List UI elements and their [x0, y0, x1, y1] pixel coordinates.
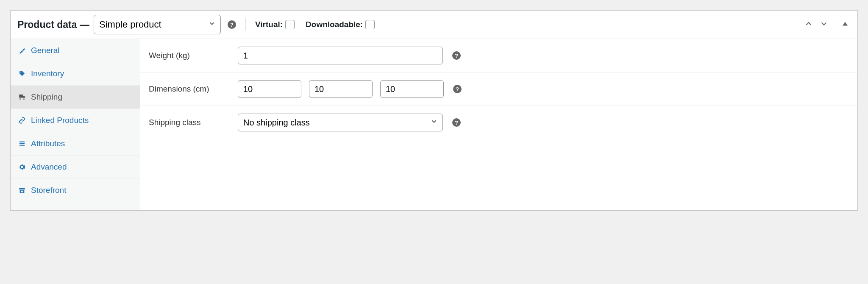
width-input[interactable] [309, 80, 373, 98]
tab-label: Shipping [31, 92, 62, 102]
help-icon[interactable]: ? [228, 20, 236, 29]
svg-rect-3 [19, 145, 25, 146]
move-up-icon[interactable] [802, 17, 815, 32]
list-icon [18, 140, 26, 147]
product-type-select-wrap: Simple product [94, 15, 221, 34]
tab-storefront[interactable]: Storefront [11, 179, 140, 202]
help-icon[interactable]: ? [452, 51, 461, 60]
tab-content: Weight (kg) ? Dimensions (cm) ? Shipping… [140, 39, 857, 210]
tab-general[interactable]: General [11, 39, 140, 62]
height-input[interactable] [380, 80, 444, 98]
svg-rect-1 [19, 142, 25, 142]
tab-label: Storefront [31, 186, 66, 195]
svg-marker-0 [843, 22, 848, 25]
panel-header-actions [802, 17, 851, 32]
virtual-toggle[interactable]: Virtual: [255, 20, 295, 29]
truck-icon [18, 93, 26, 101]
tag-icon [18, 70, 26, 77]
move-down-icon[interactable] [818, 17, 830, 32]
downloadable-label: Downloadable: [306, 20, 363, 29]
product-data-panel: Product data — Simple product ? Virtual:… [10, 10, 858, 211]
panel-header: Product data — Simple product ? Virtual:… [11, 11, 857, 39]
tab-linked-products[interactable]: Linked Products [11, 109, 140, 132]
product-type-select[interactable]: Simple product [94, 15, 221, 34]
help-icon[interactable]: ? [453, 85, 462, 93]
dimensions-row: Dimensions (cm) ? [140, 72, 857, 106]
divider [245, 18, 246, 31]
tab-label: Linked Products [31, 116, 89, 125]
collapse-icon[interactable] [840, 18, 851, 31]
shipping-class-row: Shipping class No shipping class ? [140, 106, 857, 139]
tab-advanced[interactable]: Advanced [11, 156, 140, 179]
length-input[interactable] [238, 80, 301, 98]
shipping-class-label: Shipping class [149, 118, 238, 127]
weight-input[interactable] [238, 47, 443, 64]
svg-rect-2 [19, 143, 25, 144]
tab-inventory[interactable]: Inventory [11, 62, 140, 86]
tab-label: General [31, 46, 60, 55]
gear-icon [18, 164, 26, 170]
panel-title: Product data — [17, 19, 89, 31]
virtual-checkbox[interactable] [285, 20, 295, 29]
virtual-label: Virtual: [255, 20, 283, 29]
panel-body: General Inventory Shipping Linked Produc… [11, 39, 857, 210]
shipping-class-select[interactable]: No shipping class [238, 114, 443, 131]
tab-shipping[interactable]: Shipping [11, 86, 140, 109]
tab-label: Advanced [31, 162, 67, 172]
downloadable-checkbox[interactable] [365, 20, 375, 29]
weight-label: Weight (kg) [149, 51, 238, 60]
weight-row: Weight (kg) ? [140, 39, 857, 72]
tabs-list: General Inventory Shipping Linked Produc… [11, 39, 140, 210]
wrench-icon [18, 47, 26, 54]
downloadable-toggle[interactable]: Downloadable: [306, 20, 375, 29]
link-icon [18, 117, 26, 124]
tab-label: Inventory [31, 69, 64, 78]
dimensions-label: Dimensions (cm) [149, 84, 238, 94]
tab-label: Attributes [31, 139, 65, 148]
store-icon [18, 187, 26, 194]
tab-attributes[interactable]: Attributes [11, 132, 140, 156]
help-icon[interactable]: ? [452, 118, 461, 127]
